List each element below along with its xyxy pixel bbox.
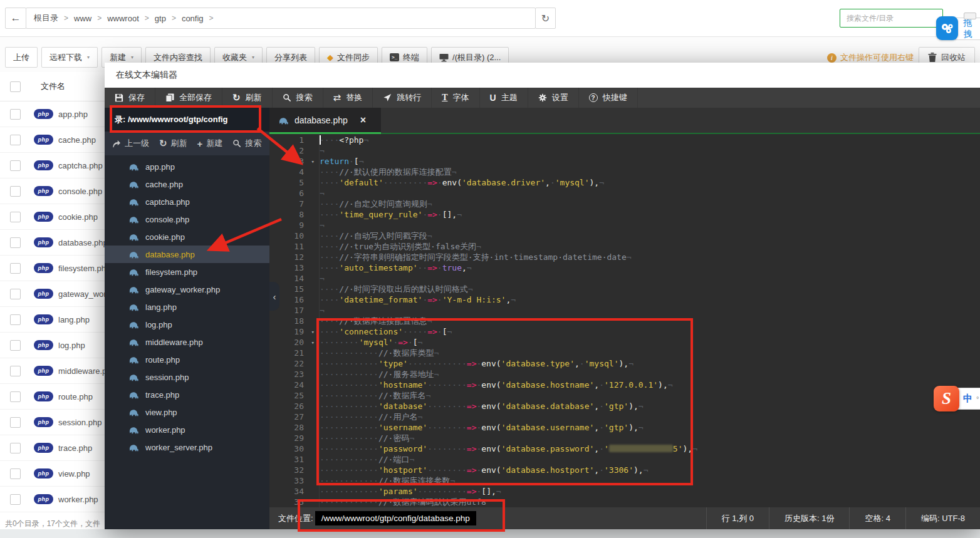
fold-caret-icon[interactable]: ▾ bbox=[311, 157, 315, 167]
code-line[interactable]: ············'hostname'········=>·env('da… bbox=[320, 380, 980, 390]
tree-item[interactable]: console.php bbox=[105, 210, 269, 228]
code-line[interactable]: ····'default'·········=>·env('database.d… bbox=[320, 177, 980, 188]
code-line[interactable]: ····'datetime_format'·=>·'Y-m-d H:i:s',¬ bbox=[320, 294, 980, 305]
file-location-path[interactable]: /www/wwwroot/gtp/config/database.php bbox=[315, 511, 476, 525]
code-line[interactable]: ············//·服务器地址¬ bbox=[320, 369, 980, 380]
row-checkbox[interactable] bbox=[10, 468, 21, 479]
search-input[interactable] bbox=[845, 13, 923, 23]
netdisk-drag-button[interactable]: 拖拽 bbox=[955, 18, 980, 40]
row-checkbox[interactable] bbox=[10, 135, 21, 145]
back-button[interactable]: ← bbox=[5, 8, 26, 29]
tree-item[interactable]: gateway_worker.php bbox=[105, 281, 269, 298]
code-line[interactable]: ····//·自动写入时间戳字段¬ bbox=[320, 230, 980, 241]
code-line[interactable]: ····//·默认使用的数据库连接配置¬ bbox=[320, 167, 980, 177]
code-line[interactable]: ············//·密码¬ bbox=[320, 433, 980, 443]
code-line[interactable]: ····//·字符串则明确指定时间字段类型·支持·int·timestamp·d… bbox=[320, 252, 980, 262]
select-all-checkbox[interactable] bbox=[10, 81, 21, 92]
tree-item[interactable]: view.php bbox=[105, 403, 269, 421]
row-checkbox[interactable] bbox=[10, 366, 21, 376]
row-checkbox[interactable] bbox=[10, 391, 21, 402]
tree-item[interactable]: app.php bbox=[105, 158, 269, 175]
editor-toolbar-button[interactable]: ⇄替换 bbox=[323, 88, 373, 108]
code-line[interactable]: ····//·true为自动识别类型·false关闭¬ bbox=[320, 241, 980, 252]
breadcrumb-item[interactable]: 根目录 bbox=[34, 13, 58, 24]
directory-input[interactable]: 录: /www/wwwroot/gtp/config bbox=[105, 108, 269, 132]
breadcrumb-item[interactable]: wwwroot bbox=[107, 14, 139, 23]
code-line[interactable]: ············//·数据库编码默认采用utf8 bbox=[320, 497, 980, 507]
code-line[interactable]: ············'params'··········=>·[],¬ bbox=[320, 486, 980, 497]
row-checkbox[interactable] bbox=[10, 314, 21, 325]
row-checkbox[interactable] bbox=[10, 237, 21, 248]
row-checkbox[interactable] bbox=[10, 109, 21, 120]
code-line[interactable]: ············//·数据库连接参数¬ bbox=[320, 475, 980, 486]
netdisk-icon[interactable] bbox=[936, 16, 958, 40]
tree-toolbar-button[interactable]: ↻刷新 bbox=[159, 138, 187, 149]
tree-item[interactable]: captcha.php bbox=[105, 193, 269, 210]
tree-item[interactable]: route.php bbox=[105, 351, 269, 368]
row-checkbox[interactable] bbox=[10, 289, 21, 299]
tab-close-icon[interactable]: × bbox=[360, 115, 366, 126]
tree-item[interactable]: worker.php bbox=[105, 421, 269, 438]
tab-database-php[interactable]: database.php × bbox=[269, 108, 381, 133]
code-line[interactable]: ¬ bbox=[320, 220, 980, 230]
code-line[interactable]: ¬ bbox=[320, 188, 980, 199]
code-line[interactable]: ····//·时间字段取出后的默认时间格式¬ bbox=[320, 284, 980, 294]
editor-toolbar-button[interactable]: U主题 bbox=[480, 88, 528, 108]
row-checkbox[interactable] bbox=[10, 443, 21, 453]
row-checkbox[interactable] bbox=[10, 212, 21, 222]
code-line[interactable]: ¬ bbox=[320, 145, 980, 156]
editor-toolbar-button[interactable]: 跳转行 bbox=[373, 88, 432, 108]
code-line[interactable]: ····'time_query_rule'·=>·[],¬ bbox=[320, 209, 980, 220]
editor-toolbar-button[interactable]: 全部保存 bbox=[155, 88, 222, 108]
code-editor[interactable]: 123▾45678910111213141516171819▾20▾212223… bbox=[269, 134, 980, 507]
tree-item[interactable]: worker_server.php bbox=[105, 438, 269, 456]
code-line[interactable]: ············'username'········=>·env('da… bbox=[320, 422, 980, 433]
fold-caret-icon[interactable]: ▾ bbox=[311, 338, 315, 348]
editor-toolbar-button[interactable]: ↻刷新 bbox=[222, 88, 273, 108]
code-line[interactable]: ¬ bbox=[320, 273, 980, 284]
tree-item[interactable]: trace.php bbox=[105, 386, 269, 403]
sidebar-collapse-handle[interactable]: ‹ bbox=[269, 282, 279, 311]
code-line[interactable]: ········'mysql'·=>·[¬ bbox=[320, 337, 980, 348]
row-checkbox[interactable] bbox=[10, 494, 21, 505]
tree-item[interactable]: filesystem.php bbox=[105, 263, 269, 281]
tree-item[interactable]: log.php bbox=[105, 316, 269, 333]
row-checkbox[interactable] bbox=[10, 160, 21, 171]
status-item[interactable]: 空格: 4 bbox=[849, 507, 905, 529]
editor-toolbar-button[interactable]: ?快捷键 bbox=[579, 88, 638, 108]
sogou-logo-icon[interactable]: S bbox=[934, 386, 959, 411]
breadcrumb-item[interactable]: config bbox=[182, 14, 204, 23]
code-line[interactable]: ············//·数据库类型¬ bbox=[320, 348, 980, 358]
breadcrumb-item[interactable]: gtp bbox=[155, 14, 166, 23]
row-checkbox[interactable] bbox=[10, 340, 21, 351]
code-line[interactable]: ¬ bbox=[320, 305, 980, 316]
fold-caret-icon[interactable]: ▾ bbox=[311, 327, 315, 338]
breadcrumb-item[interactable]: www bbox=[74, 14, 91, 23]
code-line[interactable]: ············'type'············=>·env('da… bbox=[320, 358, 980, 369]
code-line[interactable]: ············//·用户名¬ bbox=[320, 411, 980, 422]
tree-item[interactable]: cache.php bbox=[105, 175, 269, 193]
toolbar-button[interactable]: 上传 bbox=[5, 47, 38, 68]
tree-toolbar-button[interactable]: 搜索 bbox=[232, 138, 261, 149]
tree-item[interactable]: middleware.php bbox=[105, 333, 269, 351]
row-checkbox[interactable] bbox=[10, 263, 21, 274]
tree-item[interactable]: lang.php bbox=[105, 298, 269, 316]
netdisk-handle[interactable] bbox=[964, 13, 976, 19]
code-line[interactable]: ····<?php¬ bbox=[320, 135, 980, 145]
code-line[interactable]: ············'hostport'········=>·env('da… bbox=[320, 465, 980, 475]
code-line[interactable]: ············'password'········=>·env('da… bbox=[320, 443, 980, 454]
code-lines[interactable]: ····<?php¬¬return·[¬····//·默认使用的数据库连接配置¬… bbox=[320, 134, 980, 507]
status-item[interactable]: 历史版本: 1份 bbox=[769, 507, 849, 529]
toolbar-button[interactable]: 远程下载▾ bbox=[41, 47, 98, 68]
code-line[interactable]: ····'connections'·····=>·[¬ bbox=[320, 326, 980, 337]
code-line[interactable]: ············'database'········=>·env('da… bbox=[320, 401, 980, 411]
tree-item[interactable]: cookie.php bbox=[105, 228, 269, 246]
code-line[interactable]: ············//·端口¬ bbox=[320, 454, 980, 465]
tree-item[interactable]: session.php bbox=[105, 368, 269, 386]
tree-toolbar-button[interactable]: 上一级 bbox=[112, 138, 149, 149]
code-line[interactable]: ····'auto_timestamp'··=>·true,¬ bbox=[320, 262, 980, 273]
row-checkbox[interactable] bbox=[10, 417, 21, 428]
editor-toolbar-button[interactable]: T字体 bbox=[432, 88, 479, 108]
editor-toolbar-button[interactable]: 搜索 bbox=[273, 88, 323, 108]
code-line[interactable]: ············//·数据库名¬ bbox=[320, 390, 980, 401]
